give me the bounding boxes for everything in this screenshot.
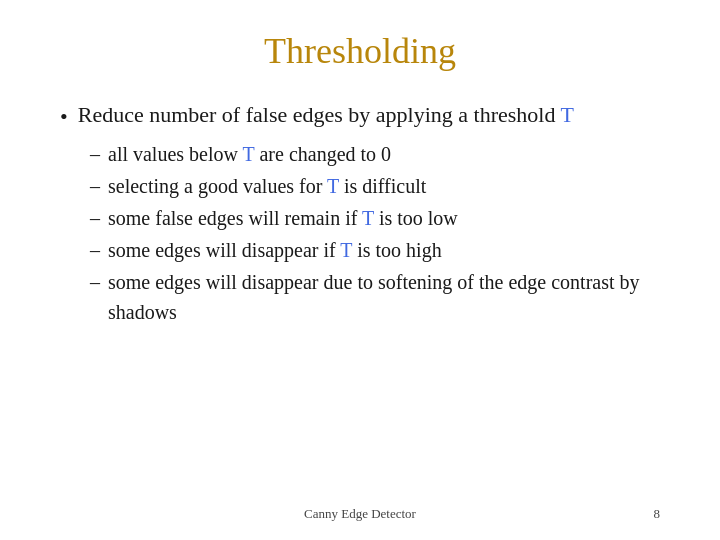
sub-highlight-1: T	[327, 175, 339, 197]
bullet-dot: •	[60, 102, 68, 133]
footer-page: 8	[654, 506, 661, 522]
main-bullet: • Reduce number of false edges by applyi…	[60, 100, 660, 133]
sub-suffix-2: is too low	[374, 207, 458, 229]
sub-bullets-list: – all values below T are changed to 0 – …	[90, 139, 660, 327]
sub-prefix-0: all values below	[108, 143, 243, 165]
sub-highlight-0: T	[243, 143, 255, 165]
sub-dash-0: –	[90, 139, 100, 169]
bullet-section: • Reduce number of false edges by applyi…	[60, 100, 660, 329]
sub-bullet-4: – some edges will disappear due to softe…	[90, 267, 660, 327]
sub-prefix-3: some edges will disappear if	[108, 239, 340, 261]
sub-prefix-2: some false edges will remain if	[108, 207, 362, 229]
sub-suffix-1: is difficult	[339, 175, 426, 197]
sub-highlight-2: T	[362, 207, 374, 229]
slide-container: Thresholding • Reduce number of false ed…	[0, 0, 720, 540]
sub-bullet-2: – some false edges will remain if T is t…	[90, 203, 660, 233]
sub-dash-4: –	[90, 267, 100, 297]
sub-prefix-1: selecting a good values for	[108, 175, 327, 197]
sub-prefix-4: some edges will disappear due to softeni…	[108, 271, 640, 323]
sub-text-4: some edges will disappear due to softeni…	[108, 267, 660, 327]
sub-text-3: some edges will disappear if T is too hi…	[108, 235, 660, 265]
sub-bullet-1: – selecting a good values for T is diffi…	[90, 171, 660, 201]
sub-bullet-0: – all values below T are changed to 0	[90, 139, 660, 169]
sub-bullet-3: – some edges will disappear if T is too …	[90, 235, 660, 265]
sub-dash-3: –	[90, 235, 100, 265]
main-bullet-prefix: Reduce number of false edges by applying…	[78, 102, 561, 127]
sub-suffix-3: is too high	[352, 239, 441, 261]
slide-title: Thresholding	[60, 30, 660, 72]
main-bullet-highlight: T	[561, 102, 574, 127]
footer: Canny Edge Detector 8	[0, 506, 720, 522]
footer-label: Canny Edge Detector	[60, 506, 660, 522]
sub-suffix-0: are changed to 0	[254, 143, 391, 165]
sub-text-2: some false edges will remain if T is too…	[108, 203, 660, 233]
sub-text-0: all values below T are changed to 0	[108, 139, 660, 169]
sub-dash-2: –	[90, 203, 100, 233]
sub-dash-1: –	[90, 171, 100, 201]
sub-text-1: selecting a good values for T is difficu…	[108, 171, 660, 201]
sub-highlight-3: T	[340, 239, 352, 261]
main-bullet-text: Reduce number of false edges by applying…	[78, 100, 660, 131]
